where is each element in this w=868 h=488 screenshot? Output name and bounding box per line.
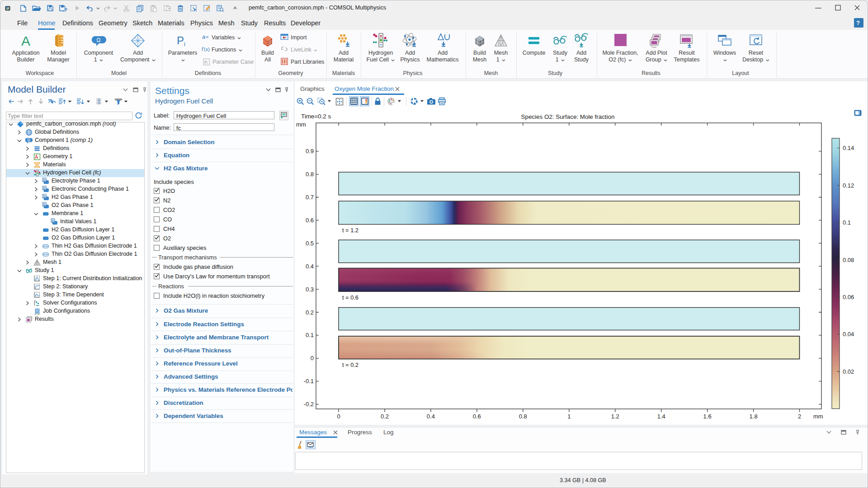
svg-text:-0.2: -0.2 <box>304 401 314 408</box>
svg-text:0.1: 0.1 <box>843 219 851 226</box>
svg-text:0.8: 0.8 <box>306 171 314 178</box>
svg-text:t = 0.6: t = 0.6 <box>342 294 359 301</box>
svg-text:0.7: 0.7 <box>306 194 314 201</box>
svg-text:Ω: Ω <box>27 138 30 142</box>
svg-text:D: D <box>52 219 54 222</box>
svg-text:=: = <box>206 34 208 40</box>
svg-text:0.5: 0.5 <box>306 240 314 247</box>
svg-text:2: 2 <box>798 413 801 420</box>
svg-text:a: a <box>202 34 205 40</box>
svg-text:D: D <box>43 178 45 182</box>
svg-text:1.6: 1.6 <box>703 413 712 420</box>
svg-text:i: i <box>184 41 185 47</box>
svg-text:1.2: 1.2 <box>611 413 619 420</box>
svg-text:1: 1 <box>567 413 571 420</box>
svg-text:t = 0.2: t = 0.2 <box>342 361 359 368</box>
svg-text:0.2: 0.2 <box>306 309 314 316</box>
svg-text:-0.1: -0.1 <box>304 378 314 385</box>
svg-text:0.4: 0.4 <box>306 263 314 270</box>
svg-text:0.3: 0.3 <box>306 286 314 293</box>
svg-text:A: A <box>21 33 30 48</box>
svg-text:P: P <box>204 60 207 65</box>
svg-text:D: D <box>43 187 45 190</box>
svg-text:mm: mm <box>296 121 306 128</box>
svg-text:0.2: 0.2 <box>381 413 389 420</box>
svg-text:i: i <box>208 62 208 65</box>
svg-text:0.12: 0.12 <box>843 182 854 189</box>
svg-text:D: D <box>43 203 45 206</box>
svg-text:Time=0.2 s: Time=0.2 s <box>301 113 331 120</box>
svg-text:0: 0 <box>337 413 340 420</box>
svg-text:0.4: 0.4 <box>427 413 435 420</box>
svg-text:0.1: 0.1 <box>306 332 314 338</box>
svg-text:D: D <box>43 195 45 198</box>
svg-text:0.08: 0.08 <box>843 257 854 263</box>
svg-text:1.8: 1.8 <box>750 413 758 420</box>
svg-text:0.8: 0.8 <box>519 413 527 420</box>
svg-text:0.14: 0.14 <box>843 145 854 151</box>
svg-text:0.6: 0.6 <box>306 217 314 224</box>
svg-text:Ω: Ω <box>97 37 101 43</box>
svg-text:(x): (x) <box>204 47 210 52</box>
svg-text:0.06: 0.06 <box>843 294 854 300</box>
svg-text:0.6: 0.6 <box>473 413 481 420</box>
svg-text:0.02: 0.02 <box>843 368 854 375</box>
svg-text:0.04: 0.04 <box>843 331 854 338</box>
svg-text:1.4: 1.4 <box>657 413 665 420</box>
svg-text:t = 1.2: t = 1.2 <box>342 227 359 234</box>
svg-text:0: 0 <box>311 355 314 361</box>
svg-text:P: P <box>177 34 184 47</box>
svg-text:mm: mm <box>813 413 823 420</box>
svg-text:Species O2: Surface: Mole frac: Species O2: Surface: Mole fraction <box>521 113 615 120</box>
svg-text:0.9: 0.9 <box>306 148 314 155</box>
